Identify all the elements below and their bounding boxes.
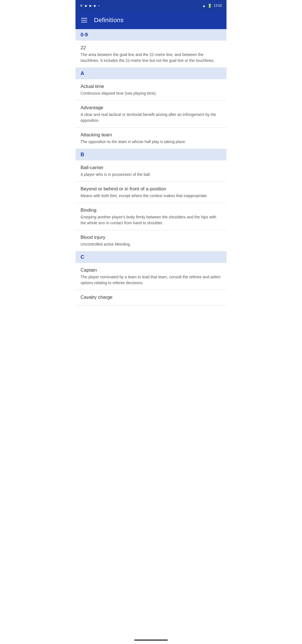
battery-icon: 🔋 — [207, 4, 212, 8]
section-letter-a: A — [81, 71, 84, 76]
definition-attacking-team: Attacking team The opposition to the tea… — [76, 128, 226, 149]
desc-binding: Grasping another player's body firmly be… — [81, 214, 221, 226]
definition-actual-time: Actual time Continuous elapsed time (see… — [76, 79, 226, 101]
term-ball-carrier: Ball-carrier — [81, 165, 221, 171]
section-letter-0-9: 0-9 — [81, 32, 88, 38]
page-title: Definitions — [94, 17, 124, 24]
term-advantage: Advantage — [81, 105, 221, 111]
toolbar: Definitions — [76, 11, 226, 29]
section-header-0-9: 0-9 — [76, 29, 226, 41]
definition-22: 22 The area between the goal line and th… — [76, 41, 226, 68]
desc-actual-time: Continuous elapsed time (see playing tim… — [81, 90, 221, 96]
definition-ball-carrier: Ball-carrier A player who is in possessi… — [76, 160, 226, 182]
status-left: ⚙ ▶ ▶ ▶ • — [80, 4, 100, 8]
term-captain: Captain — [81, 267, 221, 273]
definition-binding: Binding Grasping another player's body f… — [76, 203, 226, 230]
definition-blood-injury: Blood injury Uncontrolled active bleedin… — [76, 230, 226, 251]
desc-captain: The player nominated by a team to lead t… — [81, 274, 221, 286]
time-display: 13:02 — [214, 4, 222, 8]
desc-22: The area between the goal line and the 2… — [81, 52, 221, 64]
section-header-a: A — [76, 68, 226, 79]
desc-blood-injury: Uncontrolled active bleeding. — [81, 241, 221, 247]
media-icon-2: ▶ — [89, 4, 92, 8]
term-actual-time: Actual time — [81, 84, 221, 89]
definition-captain: Captain The player nominated by a team t… — [76, 263, 226, 290]
term-cavalry-charge: Cavalry charge — [81, 295, 221, 300]
status-bar: ⚙ ▶ ▶ ▶ • ▲ 🔋 13:02 — [76, 0, 226, 11]
menu-button[interactable] — [80, 17, 88, 24]
desc-ball-carrier: A player who is in possession of the bal… — [81, 172, 221, 178]
definitions-list: 0-9 22 The area between the goal line an… — [76, 29, 226, 305]
desc-advantage: A clear and real tactical or territorial… — [81, 112, 221, 123]
media-icon-1: ▶ — [85, 4, 87, 8]
desc-beyond-behind: Means with both feet, except where the c… — [81, 193, 221, 199]
section-header-c: C — [76, 251, 226, 263]
media-icon-3: ▶ — [94, 4, 96, 8]
definition-advantage: Advantage A clear and real tactical or t… — [76, 101, 226, 128]
dot-icon: • — [98, 4, 100, 7]
definition-beyond-behind: Beyond or behind or in front of a positi… — [76, 182, 226, 203]
term-beyond-behind: Beyond or behind or in front of a positi… — [81, 186, 221, 192]
term-attacking-team: Attacking team — [81, 132, 221, 138]
section-header-b: B — [76, 149, 226, 160]
section-letter-c: C — [81, 254, 84, 260]
section-letter-b: B — [81, 152, 84, 157]
definition-cavalry-charge: Cavalry charge — [76, 290, 226, 305]
wifi-icon: ▲ — [202, 4, 206, 8]
term-binding: Binding — [81, 207, 221, 213]
desc-attacking-team: The opposition to the team in whose half… — [81, 139, 221, 145]
settings-icon: ⚙ — [80, 4, 83, 8]
status-right: ▲ 🔋 13:02 — [202, 4, 222, 8]
term-22: 22 — [81, 45, 221, 51]
term-blood-injury: Blood injury — [81, 235, 221, 240]
